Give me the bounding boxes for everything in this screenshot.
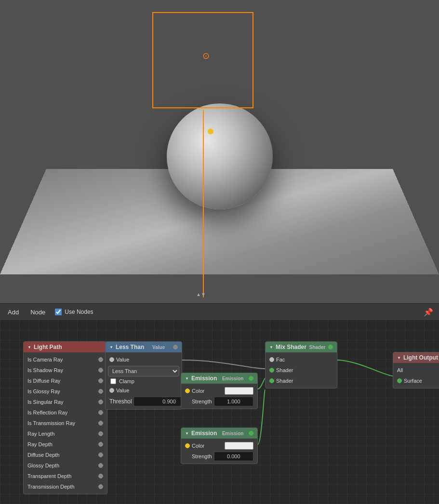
node-button[interactable]: Node	[28, 308, 47, 317]
bottom-icon: ▲▼	[196, 292, 208, 299]
node-emission-2-header[interactable]: ▼ Emission Emission	[181, 428, 257, 439]
socket-is-reflection-ray[interactable]	[98, 410, 103, 415]
node-emission-2-title: Emission	[191, 430, 217, 437]
header-bar: Add Node Use Nodes 📌	[0, 303, 439, 321]
strength-input-2[interactable]: 0.000	[214, 452, 253, 461]
node-emission-1[interactable]: ▼ Emission Emission Color Strength 1.000	[181, 373, 258, 409]
clamp-label: Clamp	[119, 378, 134, 384]
use-nodes-toggle[interactable]: Use Nodes	[55, 309, 93, 315]
color-label-1: Color	[192, 388, 204, 394]
orange-line	[203, 110, 204, 297]
output-label: Is Reflection Ray	[27, 410, 67, 415]
value-out-label: Value	[152, 345, 165, 350]
node-emission-2-body: Color Strength 0.000	[181, 439, 257, 464]
socket-value2-in[interactable]	[109, 388, 114, 393]
threshold-label: Threshol	[109, 398, 132, 405]
shader2-label: Shader	[276, 378, 293, 384]
list-item: Is Transmission Ray	[24, 418, 107, 428]
socket-mix-out[interactable]	[328, 345, 333, 349]
node-emission-1-body: Color Strength 1.000	[181, 384, 257, 409]
node-mix-shader[interactable]: ▼ Mix Shader Shader Fac Shader Shader	[265, 341, 337, 388]
node-less-than[interactable]: ▼ Less Than Value Value Less Than Greate…	[105, 341, 182, 410]
socket-emission-1-out[interactable]	[249, 376, 253, 381]
color-swatch-2[interactable]	[225, 442, 253, 450]
node-mix-shader-header[interactable]: ▼ Mix Shader Shader	[266, 342, 337, 352]
sphere-highlight	[208, 129, 213, 134]
output-label: Is Camera Ray	[27, 357, 63, 362]
list-item: All	[393, 365, 439, 375]
list-item: Shader	[266, 365, 337, 375]
output-label: Glossy Depth	[27, 463, 59, 468]
node-light-output-body: All Surface	[393, 363, 439, 388]
node-light-output[interactable]: ▼ Light Output All Surface	[393, 352, 439, 388]
node-light-path-header[interactable]: ▼ Light Path	[24, 342, 107, 352]
socket-transmission-depth[interactable]	[98, 484, 103, 489]
node-less-than-header[interactable]: ▼ Less Than Value	[106, 342, 182, 352]
clamp-row: Clamp	[106, 377, 182, 385]
list-item: Shader	[266, 375, 337, 386]
socket-ray-depth[interactable]	[98, 442, 103, 447]
collapse-arrow: ▼	[109, 345, 113, 349]
socket-value-out[interactable]	[173, 345, 178, 349]
value2-label: Value	[116, 388, 129, 393]
socket-transparent-depth[interactable]	[98, 474, 103, 478]
less-than-dropdown[interactable]: Less Than Greater Than	[108, 366, 179, 376]
collapse-arrow: ▼	[397, 356, 401, 360]
list-item: Is Glossy Ray	[24, 386, 107, 397]
node-light-output-title: Light Output	[403, 354, 438, 361]
socket-ray-length[interactable]	[98, 431, 103, 436]
color-row-2: Color	[181, 440, 257, 451]
node-light-path-title: Light Path	[34, 344, 62, 350]
pin-icon[interactable]: 📌	[424, 308, 433, 317]
socket-value-in[interactable]	[109, 357, 114, 362]
all-label: All	[397, 367, 403, 373]
socket-diffuse-depth[interactable]	[98, 452, 103, 457]
node-light-path-body: Is Camera Ray Is Shadow Ray Is Diffuse R…	[24, 352, 107, 494]
surface-label: Surface	[404, 378, 422, 384]
socket-fac-in[interactable]	[269, 357, 274, 362]
list-item: Is Shadow Ray	[24, 365, 107, 375]
color-swatch-1[interactable]	[225, 387, 253, 395]
node-emission-2[interactable]: ▼ Emission Emission Color Strength 0.000	[181, 427, 258, 464]
socket-glossy-depth[interactable]	[98, 463, 103, 468]
socket-surface-in[interactable]	[397, 378, 402, 383]
socket-shader1-in[interactable]	[269, 368, 274, 373]
socket-is-glossy-ray[interactable]	[98, 389, 103, 394]
socket-is-shadow-ray[interactable]	[98, 368, 103, 373]
strength-row-2: Strength 0.000	[181, 451, 257, 462]
node-emission-1-title: Emission	[191, 375, 217, 382]
socket-emission-2-out[interactable]	[249, 431, 253, 436]
list-item: Transparent Depth	[24, 471, 107, 481]
node-light-output-header[interactable]: ▼ Light Output	[393, 352, 439, 363]
node-less-than-body: Value Less Than Greater Than Clamp Value…	[106, 352, 182, 409]
list-item: Value	[106, 385, 182, 396]
shader1-label: Shader	[276, 367, 293, 373]
socket-is-singular-ray[interactable]	[98, 400, 103, 404]
node-mix-shader-title: Mix Shader	[276, 344, 306, 350]
add-button[interactable]: Add	[6, 308, 21, 317]
list-item: Is Camera Ray	[24, 354, 107, 365]
output-label: Is Shadow Ray	[27, 367, 63, 373]
viewport: ⊙ ▲▼	[0, 0, 439, 303]
strength-input-1[interactable]: 1.000	[214, 397, 253, 406]
node-editor[interactable]: ▼ Light Path Is Camera Ray Is Shadow Ray…	[0, 321, 439, 504]
list-item: Transmission Depth	[24, 481, 107, 492]
color-label-2: Color	[192, 443, 204, 449]
node-mix-shader-body: Fac Shader Shader	[266, 352, 337, 388]
node-emission-1-header[interactable]: ▼ Emission Emission	[181, 373, 257, 384]
socket-is-diffuse-ray[interactable]	[98, 378, 103, 383]
use-nodes-checkbox[interactable]	[55, 309, 62, 315]
output-label: Is Transmission Ray	[27, 420, 75, 426]
list-item: Is Singular Ray	[24, 397, 107, 407]
emission-2-out-label: Emission	[222, 431, 243, 436]
output-label: Ray Length	[27, 431, 54, 437]
node-light-path[interactable]: ▼ Light Path Is Camera Ray Is Shadow Ray…	[23, 341, 107, 494]
socket-is-camera-ray[interactable]	[98, 357, 103, 362]
socket-shader2-in[interactable]	[269, 378, 274, 383]
socket-is-transmission-ray[interactable]	[98, 421, 103, 426]
collapse-arrow: ▼	[27, 345, 31, 349]
socket-color-1[interactable]	[185, 388, 190, 393]
clamp-checkbox[interactable]	[110, 378, 116, 384]
output-label: Transparent Depth	[27, 473, 71, 479]
socket-color-2[interactable]	[185, 443, 190, 448]
